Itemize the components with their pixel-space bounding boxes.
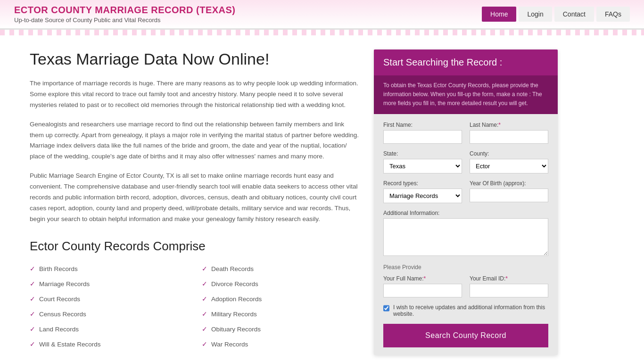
- additional-info-row: Additional Information:: [383, 210, 548, 257]
- site-subtitle: Up-to-date Source of County Public and V…: [14, 16, 236, 24]
- paragraph-3: Public Marriage Search Engine of Ector C…: [30, 171, 360, 225]
- record-item-divorce: ✓ Divorce Records: [202, 278, 360, 289]
- main-layout: Texas Marriage Data Now Online! The impo…: [16, 35, 628, 362]
- full-name-label: Your Full Name:*: [383, 275, 462, 282]
- contact-row: Your Full Name:* Your Email ID:*: [383, 275, 548, 297]
- record-label-census: Census Records: [39, 311, 86, 318]
- record-label-war: War Records: [211, 341, 248, 348]
- record-label-will: Will & Estate Records: [39, 341, 101, 348]
- record-label-divorce: Divorce Records: [211, 280, 258, 288]
- record-item-adoption: ✓ Adoption Records: [202, 293, 360, 304]
- record-item-census: ✓ Census Records: [30, 308, 188, 320]
- record-item-obituary: ✓ Obituary Records: [202, 323, 360, 335]
- search-county-button[interactable]: Search County Record: [383, 324, 548, 347]
- record-label-birth: Birth Records: [39, 265, 78, 272]
- records-grid: ✓ Birth Records ✓ Death Records ✓ Marria…: [30, 263, 360, 350]
- record-item-marriage: ✓ Marriage Records: [30, 278, 188, 289]
- record-label-court: Court Records: [39, 296, 80, 303]
- required-marker: *: [424, 275, 426, 282]
- record-type-select[interactable]: Marriage Records Birth Records Death Rec…: [383, 189, 462, 203]
- additional-info-label: Additional Information:: [383, 210, 548, 216]
- check-icon: ✓: [202, 295, 207, 303]
- county-group: County: Ector Harris Dallas Bexar Travis: [470, 150, 548, 173]
- full-name-group: Your Full Name:*: [383, 275, 462, 297]
- year-of-birth-group: Year Of Birth (approx):: [470, 180, 548, 203]
- first-name-label: First Name:: [383, 122, 462, 128]
- check-icon: ✓: [30, 280, 35, 288]
- search-box-description: To obtain the Texas Ector County Records…: [374, 75, 558, 114]
- record-year-row: Record types: Marriage Records Birth Rec…: [383, 180, 548, 203]
- newsletter-label: I wish to receive updates and additional…: [393, 304, 548, 317]
- record-item-birth: ✓ Birth Records: [30, 263, 188, 274]
- site-header: ECTOR COUNTY MARRIAGE RECORD (TEXAS) Up-…: [0, 0, 644, 30]
- search-box: Start Searching the Record : To obtain t…: [374, 49, 558, 355]
- search-form-body: First Name: Last Name:* State:: [374, 114, 558, 355]
- email-input[interactable]: [470, 284, 548, 297]
- nav-faqs[interactable]: FAQs: [596, 7, 630, 22]
- check-icon: ✓: [202, 265, 207, 272]
- record-item-military: ✓ Military Records: [202, 308, 360, 320]
- email-group: Your Email ID:*: [470, 275, 548, 297]
- state-label: State:: [383, 150, 462, 157]
- records-section-title: Ector County Records Comprise: [30, 239, 360, 254]
- newsletter-checkbox[interactable]: [383, 305, 389, 312]
- state-group: State: Texas Alabama Alaska Arizona Arka…: [383, 150, 462, 173]
- nav-login[interactable]: Login: [519, 7, 552, 22]
- name-row: First Name: Last Name:*: [383, 122, 548, 144]
- year-of-birth-label: Year Of Birth (approx):: [470, 180, 548, 187]
- check-icon: ✓: [202, 310, 207, 318]
- record-label-obituary: Obituary Records: [211, 326, 261, 333]
- check-icon: ✓: [30, 265, 35, 272]
- record-type-group: Record types: Marriage Records Birth Rec…: [383, 180, 462, 203]
- state-county-row: State: Texas Alabama Alaska Arizona Arka…: [383, 150, 548, 173]
- first-name-input[interactable]: [383, 130, 462, 144]
- last-name-input[interactable]: [470, 130, 548, 144]
- additional-info-group: Additional Information:: [383, 210, 548, 257]
- record-label-land: Land Records: [39, 326, 79, 333]
- nav-contact[interactable]: Contact: [554, 7, 594, 22]
- record-item-war: ✓ War Records: [202, 338, 360, 350]
- decorative-border: [0, 30, 644, 35]
- check-icon: ✓: [30, 295, 35, 303]
- year-of-birth-input[interactable]: [470, 189, 548, 202]
- record-label-death: Death Records: [211, 265, 254, 272]
- record-item-court: ✓ Court Records: [30, 293, 188, 304]
- site-title: ECTOR COUNTY MARRIAGE RECORD (TEXAS): [14, 5, 236, 16]
- nav-home[interactable]: Home: [482, 7, 516, 22]
- paragraph-1: The importance of marriage records is hu…: [30, 78, 360, 111]
- last-name-label: Last Name:*: [470, 122, 548, 128]
- check-icon: ✓: [30, 340, 35, 348]
- paragraph-2: Genealogists and researchers use marriag…: [30, 119, 360, 163]
- search-panel: Start Searching the Record : To obtain t…: [374, 49, 558, 355]
- record-label-adoption: Adoption Records: [211, 296, 262, 303]
- record-item-land: ✓ Land Records: [30, 323, 188, 335]
- main-heading: Texas Marriage Data Now Online!: [30, 49, 360, 69]
- county-select[interactable]: Ector Harris Dallas Bexar Travis: [470, 159, 548, 173]
- check-icon: ✓: [202, 340, 207, 348]
- please-provide-label: Please Provide: [383, 264, 548, 271]
- record-item-death: ✓ Death Records: [202, 263, 360, 274]
- record-label-marriage: Marriage Records: [39, 280, 90, 288]
- check-icon: ✓: [202, 280, 207, 288]
- search-box-header: Start Searching the Record :: [374, 49, 558, 75]
- header-branding: ECTOR COUNTY MARRIAGE RECORD (TEXAS) Up-…: [14, 5, 236, 24]
- left-content: Texas Marriage Data Now Online! The impo…: [30, 49, 360, 355]
- full-name-input[interactable]: [383, 284, 462, 297]
- required-marker: *: [505, 275, 508, 282]
- state-select[interactable]: Texas Alabama Alaska Arizona Arkansas Ca…: [383, 159, 462, 173]
- record-type-label: Record types:: [383, 180, 462, 187]
- check-icon: ✓: [30, 325, 35, 333]
- county-label: County:: [470, 150, 548, 157]
- last-name-group: Last Name:*: [470, 122, 548, 144]
- check-icon: ✓: [202, 325, 207, 333]
- record-label-military: Military Records: [211, 311, 257, 318]
- additional-info-textarea[interactable]: [383, 218, 548, 256]
- search-box-title: Start Searching the Record :: [383, 57, 548, 68]
- first-name-group: First Name:: [383, 122, 462, 144]
- email-label: Your Email ID:*: [470, 275, 548, 282]
- check-icon: ✓: [30, 310, 35, 318]
- main-nav: Home Login Contact FAQs: [482, 7, 630, 22]
- record-item-will: ✓ Will & Estate Records: [30, 338, 188, 350]
- required-marker: *: [498, 122, 501, 128]
- newsletter-checkbox-row: I wish to receive updates and additional…: [383, 304, 548, 317]
